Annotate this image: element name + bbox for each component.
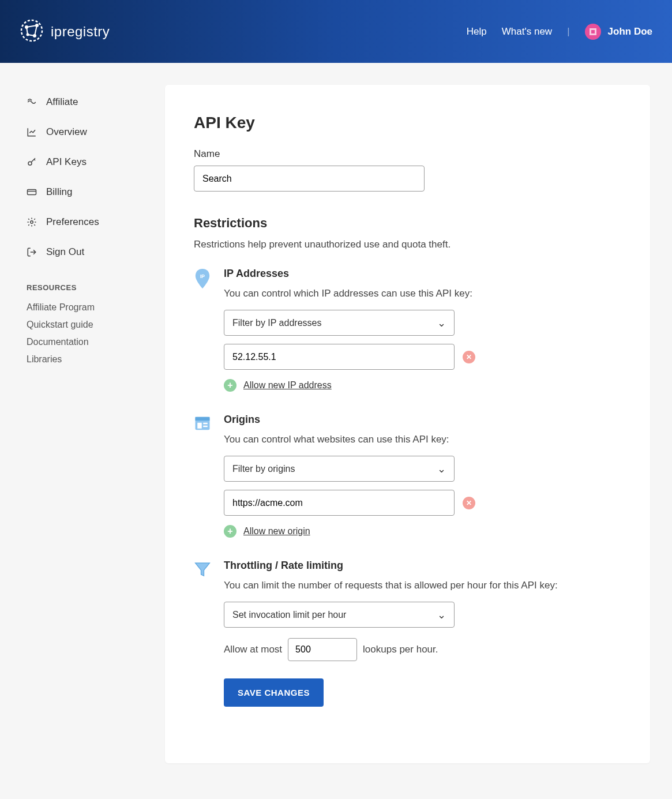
header-right: Help What's new | John Doe xyxy=(467,24,652,40)
chevron-down-icon: ⌄ xyxy=(437,463,446,475)
svg-rect-18 xyxy=(197,423,202,429)
sidebar-item-affiliate[interactable]: Affiliate xyxy=(27,87,165,117)
logo[interactable]: ipregistry xyxy=(20,18,110,45)
chevron-down-icon: ⌄ xyxy=(437,609,446,621)
key-icon xyxy=(27,157,37,167)
origins-filter-select[interactable]: Filter by origins ⌄ xyxy=(224,456,455,482)
remove-ip-button[interactable]: ✕ xyxy=(463,351,475,363)
throttle-restriction-block: Throttling / Rate limiting You can limit… xyxy=(194,560,621,707)
throttle-select[interactable]: Set invocation limit per hour ⌄ xyxy=(224,602,455,628)
origins-desc: You can control what websites can use th… xyxy=(224,434,621,445)
svg-point-11 xyxy=(28,162,32,165)
origin-entry-input[interactable] xyxy=(224,490,455,516)
chart-icon xyxy=(27,127,37,137)
throttle-select-label: Set invocation limit per hour xyxy=(232,610,346,620)
brand-name: ipregistry xyxy=(51,24,110,40)
resource-documentation[interactable]: Documentation xyxy=(27,333,165,351)
name-label: Name xyxy=(194,148,621,160)
sidebar-item-label: Affiliate xyxy=(46,96,78,108)
save-button[interactable]: SAVE CHANGES xyxy=(224,678,324,707)
handshake-icon xyxy=(27,97,37,107)
sidebar-item-label: Overview xyxy=(46,126,87,138)
resources-header: RESOURCES xyxy=(27,283,165,292)
svg-line-6 xyxy=(35,25,37,36)
close-icon: ✕ xyxy=(466,353,472,361)
avatar xyxy=(585,24,601,40)
origins-filter-label: Filter by origins xyxy=(232,464,295,474)
resource-libraries[interactable]: Libraries xyxy=(27,351,165,368)
throttle-desc: You can limit the number of requests tha… xyxy=(224,580,621,591)
page-title: API Key xyxy=(194,114,621,132)
header-divider: | xyxy=(567,26,569,37)
ip-filter-select[interactable]: Filter by IP addresses ⌄ xyxy=(224,310,455,336)
sidebar-item-preferences[interactable]: Preferences xyxy=(27,207,165,237)
svg-text:IP: IP xyxy=(200,273,205,279)
sidebar-item-billing[interactable]: Billing xyxy=(27,177,165,207)
svg-rect-12 xyxy=(28,190,36,195)
add-origin-button[interactable]: + xyxy=(224,525,236,538)
throttle-suffix: lookups per hour. xyxy=(363,644,438,655)
chevron-down-icon: ⌄ xyxy=(437,317,446,329)
sidebar-item-overview[interactable]: Overview xyxy=(27,117,165,147)
remove-origin-button[interactable]: ✕ xyxy=(463,497,475,509)
restrictions-desc: Restrictions help prevent unauthorized u… xyxy=(194,239,621,250)
api-key-card: API Key Name Restrictions Restrictions h… xyxy=(165,85,650,763)
resource-quickstart[interactable]: Quickstart guide xyxy=(27,316,165,333)
ip-entry-input[interactable] xyxy=(224,344,455,370)
ip-restriction-block: IP IP Addresses You can control which IP… xyxy=(194,268,621,392)
svg-line-5 xyxy=(27,25,37,27)
throttle-title: Throttling / Rate limiting xyxy=(224,560,621,572)
ip-desc: You can control which IP addresses can u… xyxy=(224,288,621,299)
ip-title: IP Addresses xyxy=(224,268,621,280)
browser-icon xyxy=(194,415,211,432)
gear-icon xyxy=(27,217,37,227)
svg-rect-19 xyxy=(203,423,208,425)
app-header: ipregistry Help What's new | John Doe xyxy=(0,0,672,63)
sidebar: Affiliate Overview API Keys Billing Pref… xyxy=(0,63,165,798)
throttle-prefix: Allow at most xyxy=(224,644,282,655)
ip-filter-label: Filter by IP addresses xyxy=(232,318,321,328)
svg-point-14 xyxy=(31,221,33,224)
svg-rect-10 xyxy=(591,30,595,33)
origins-title: Origins xyxy=(224,414,621,426)
username: John Doe xyxy=(608,26,652,37)
sidebar-item-signout[interactable]: Sign Out xyxy=(27,237,165,267)
globe-icon xyxy=(20,18,44,45)
sidebar-item-apikeys[interactable]: API Keys xyxy=(27,147,165,177)
svg-point-0 xyxy=(21,20,42,41)
close-icon: ✕ xyxy=(466,499,472,507)
name-input[interactable] xyxy=(194,166,425,192)
funnel-icon xyxy=(194,561,211,578)
add-ip-button[interactable]: + xyxy=(224,379,236,392)
add-ip-link[interactable]: Allow new IP address xyxy=(243,380,332,391)
throttle-limit-input[interactable] xyxy=(288,638,357,661)
plus-icon: + xyxy=(227,380,232,391)
origins-restriction-block: Origins You can control what websites ca… xyxy=(194,414,621,538)
user-menu[interactable]: John Doe xyxy=(585,24,652,40)
pin-icon: IP xyxy=(194,269,211,286)
help-link[interactable]: Help xyxy=(467,26,487,37)
restrictions-title: Restrictions xyxy=(194,216,621,231)
resource-affiliate-program[interactable]: Affiliate Program xyxy=(27,299,165,316)
whatsnew-link[interactable]: What's new xyxy=(502,26,552,37)
add-origin-link[interactable]: Allow new origin xyxy=(243,526,310,537)
sidebar-item-label: Billing xyxy=(46,186,72,198)
sidebar-item-label: Sign Out xyxy=(46,246,84,258)
logout-icon xyxy=(27,247,37,257)
svg-rect-20 xyxy=(203,426,208,427)
sidebar-item-label: Preferences xyxy=(46,216,99,228)
card-icon xyxy=(27,187,37,197)
sidebar-item-label: API Keys xyxy=(46,156,87,168)
svg-rect-17 xyxy=(196,417,210,421)
plus-icon: + xyxy=(227,526,232,537)
